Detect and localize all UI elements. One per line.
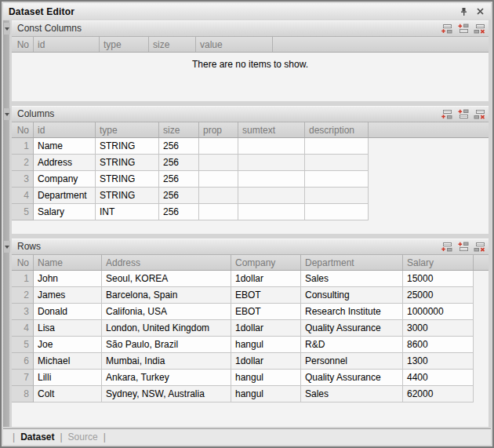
cell[interactable]: hangul bbox=[231, 386, 301, 402]
cell[interactable]: Joe bbox=[34, 337, 102, 353]
row-number-cell[interactable]: 4 bbox=[12, 320, 34, 337]
cell[interactable]: 8600 bbox=[403, 337, 474, 353]
cell[interactable]: Address bbox=[34, 155, 96, 171]
row-number-cell[interactable]: 3 bbox=[12, 171, 34, 188]
cell[interactable]: Personnel bbox=[301, 353, 403, 370]
column-header-salary[interactable]: Salary bbox=[403, 255, 474, 270]
delete-row-icon[interactable] bbox=[473, 23, 486, 35]
column-header-prop[interactable]: prop bbox=[199, 122, 238, 137]
table-row[interactable]: 5SalaryINT256 bbox=[12, 204, 369, 220]
cell[interactable]: Name bbox=[34, 138, 96, 155]
table-row[interactable]: 8ColtSydney, NSW, AustraliahangulSales62… bbox=[12, 386, 474, 402]
column-header-size[interactable]: size bbox=[159, 122, 199, 137]
cell[interactable]: Lilli bbox=[34, 370, 102, 386]
table-row[interactable]: 3CompanySTRING256 bbox=[12, 171, 369, 188]
cell[interactable]: Salary bbox=[34, 204, 96, 220]
cell[interactable]: James bbox=[34, 287, 102, 304]
column-header-type[interactable]: type bbox=[100, 37, 149, 52]
row-number-cell[interactable]: 1 bbox=[12, 138, 34, 155]
delete-row-icon[interactable] bbox=[473, 241, 486, 253]
table-row[interactable]: 2JamesBarcelona, SpainEBOTConsulting2500… bbox=[12, 287, 474, 304]
cell[interactable]: EBOT bbox=[231, 304, 301, 320]
column-header-size[interactable]: size bbox=[149, 37, 196, 52]
insert-row-icon[interactable] bbox=[456, 241, 470, 253]
cell[interactable] bbox=[238, 171, 305, 188]
cell[interactable]: Colt bbox=[34, 386, 102, 402]
cell[interactable]: Consulting bbox=[301, 287, 403, 304]
row-number-cell[interactable]: 6 bbox=[12, 353, 34, 370]
table-row[interactable]: 1NameSTRING256 bbox=[12, 138, 369, 155]
cell[interactable]: Ankara, Turkey bbox=[102, 370, 231, 386]
cell[interactable] bbox=[199, 155, 238, 171]
cell[interactable] bbox=[199, 171, 238, 188]
cell[interactable]: Sales bbox=[301, 386, 403, 402]
column-header-id[interactable]: id bbox=[34, 122, 96, 137]
table-row[interactable]: 6MichaelMumbai, India1dollarPersonnel130… bbox=[12, 353, 474, 370]
cell[interactable]: Barcelona, Spain bbox=[102, 287, 231, 304]
column-header-sumtext[interactable]: sumtext bbox=[238, 122, 305, 137]
cell[interactable]: 1dollar bbox=[231, 271, 301, 287]
column-header-name[interactable]: Name bbox=[34, 255, 102, 270]
row-number-cell[interactable]: 2 bbox=[12, 287, 34, 304]
row-number-cell[interactable]: 4 bbox=[12, 188, 34, 204]
cell[interactable]: 62000 bbox=[403, 386, 474, 402]
row-number-cell[interactable]: 5 bbox=[12, 204, 34, 220]
collapse-const-columns-button[interactable] bbox=[4, 23, 10, 35]
row-number-cell[interactable]: 7 bbox=[12, 370, 34, 386]
cell[interactable] bbox=[238, 204, 305, 220]
cell[interactable]: Lisa bbox=[34, 320, 102, 337]
cell[interactable]: 3000 bbox=[403, 320, 474, 337]
column-header-department[interactable]: Department bbox=[301, 255, 403, 270]
column-header-value[interactable]: value bbox=[196, 37, 273, 52]
cell[interactable]: Department bbox=[34, 188, 96, 204]
tab-dataset[interactable]: Dataset bbox=[20, 432, 54, 443]
cell[interactable]: 1300 bbox=[403, 353, 474, 370]
cell[interactable] bbox=[305, 138, 369, 155]
row-number-cell[interactable]: 8 bbox=[12, 386, 34, 402]
cell[interactable]: STRING bbox=[96, 171, 159, 188]
cell[interactable]: R&D bbox=[301, 337, 403, 353]
insert-row-icon[interactable] bbox=[456, 108, 470, 120]
cell[interactable]: STRING bbox=[96, 138, 159, 155]
column-header-no[interactable]: No bbox=[12, 37, 34, 52]
cell[interactable]: Califonia, USA bbox=[102, 304, 231, 320]
cell[interactable] bbox=[238, 155, 305, 171]
pin-icon[interactable] bbox=[458, 6, 469, 17]
cell[interactable] bbox=[199, 204, 238, 220]
cell[interactable]: EBOT bbox=[231, 287, 301, 304]
cell[interactable]: Seoul, KOREA bbox=[102, 271, 231, 287]
cell[interactable]: John bbox=[34, 271, 102, 287]
cell[interactable] bbox=[238, 188, 305, 204]
cell[interactable] bbox=[305, 171, 369, 188]
cell[interactable] bbox=[199, 138, 238, 155]
table-row[interactable]: 7LilliAnkara, TurkeyhangulQuality Assura… bbox=[12, 370, 474, 386]
add-row-icon[interactable] bbox=[440, 23, 453, 35]
cell[interactable]: 1dollar bbox=[231, 353, 301, 370]
cell[interactable]: 4400 bbox=[403, 370, 474, 386]
cell[interactable]: Donald bbox=[34, 304, 102, 320]
cell[interactable] bbox=[199, 188, 238, 204]
column-header-description[interactable]: description bbox=[305, 122, 369, 137]
collapse-columns-button[interactable] bbox=[4, 108, 10, 120]
cell[interactable]: 256 bbox=[159, 188, 199, 204]
cell[interactable]: London, United Kingdom bbox=[102, 320, 231, 337]
table-row[interactable]: 4DepartmentSTRING256 bbox=[12, 188, 369, 204]
cell[interactable]: Company bbox=[34, 171, 96, 188]
cell[interactable] bbox=[305, 204, 369, 220]
add-row-icon[interactable] bbox=[440, 108, 453, 120]
cell[interactable]: Quality Assurance bbox=[301, 370, 403, 386]
table-row[interactable]: 4LisaLondon, United Kingdom1dollarQualit… bbox=[12, 320, 474, 337]
cell[interactable]: 1000000 bbox=[403, 304, 474, 320]
cell[interactable]: Mumbai, India bbox=[102, 353, 231, 370]
cell[interactable]: hangul bbox=[231, 337, 301, 353]
cell[interactable]: 256 bbox=[159, 171, 199, 188]
close-icon[interactable] bbox=[474, 6, 485, 17]
cell[interactable]: 256 bbox=[159, 155, 199, 171]
cell[interactable]: São Paulo, Brazil bbox=[102, 337, 231, 353]
row-number-cell[interactable]: 5 bbox=[12, 337, 34, 353]
column-header-no[interactable]: No bbox=[12, 255, 34, 270]
cell[interactable] bbox=[305, 155, 369, 171]
column-header-id[interactable]: id bbox=[34, 37, 100, 52]
cell[interactable]: STRING bbox=[96, 155, 159, 171]
column-header-no[interactable]: No bbox=[12, 122, 34, 137]
